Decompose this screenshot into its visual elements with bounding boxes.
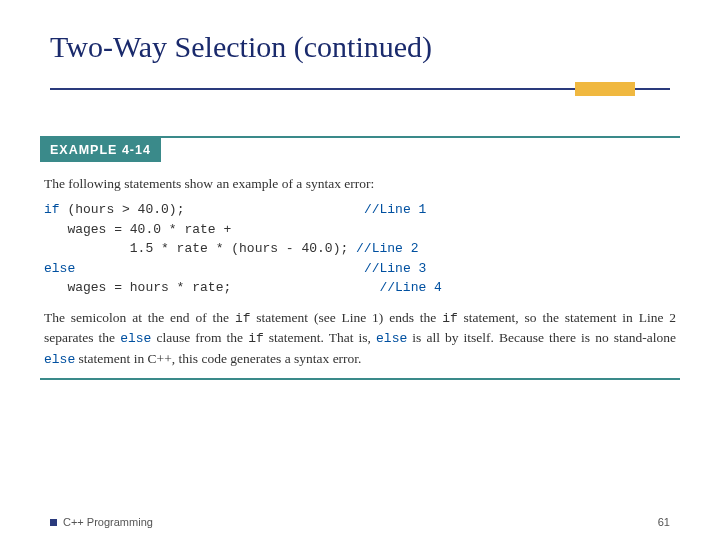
rule-accent [575,82,635,96]
example-intro: The following statements show an example… [40,176,680,192]
explain-text: The semicolon at the end of the [44,310,235,325]
code-text: (hours > 40.0); [60,202,185,217]
code-keyword-if: if [44,202,60,217]
footer-bullet-icon [50,519,57,526]
code-pad [75,261,364,276]
explain-text: clause from the [151,330,248,345]
explain-text: statement. That is, [264,330,376,345]
footer: C++ Programming 61 [0,516,720,528]
code-text: wages = hours * rate; [44,280,231,295]
example-box: EXAMPLE 4-14 The following statements sh… [40,136,680,380]
code-comment-4: //Line 4 [379,280,441,295]
explain-text: statement in C++, this code generates a … [75,351,361,366]
code-block: if (hours > 40.0); //Line 1 wages = 40.0… [40,200,680,298]
code-text: 1.5 * rate * (hours - 40.0); [44,241,356,256]
code-keyword-else: else [44,261,75,276]
code-pad [231,280,379,295]
code-comment-1: //Line 1 [364,202,426,217]
explain-text: is all by itself. Because there is no st… [407,330,676,345]
code-inline-if: if [235,311,251,326]
code-inline-if: if [248,331,264,346]
code-comment-3: //Line 3 [364,261,426,276]
title-rule [50,82,670,96]
slide: Two-Way Selection (continued) EXAMPLE 4-… [0,0,720,540]
example-explanation: The semicolon at the end of the if state… [40,308,680,371]
code-comment-2: //Line 2 [356,241,418,256]
footer-page-number: 61 [658,516,670,528]
code-inline-if: if [442,311,458,326]
code-inline-else: else [44,352,75,367]
code-text: wages = 40.0 * rate + [44,222,231,237]
code-pad [184,202,363,217]
code-inline-else: else [376,331,407,346]
explain-text: statement (see Line 1) ends the [251,310,443,325]
footer-title: C++ Programming [63,516,153,528]
code-inline-else: else [120,331,151,346]
page-title: Two-Way Selection (continued) [50,30,670,64]
example-header: EXAMPLE 4-14 [40,138,161,162]
